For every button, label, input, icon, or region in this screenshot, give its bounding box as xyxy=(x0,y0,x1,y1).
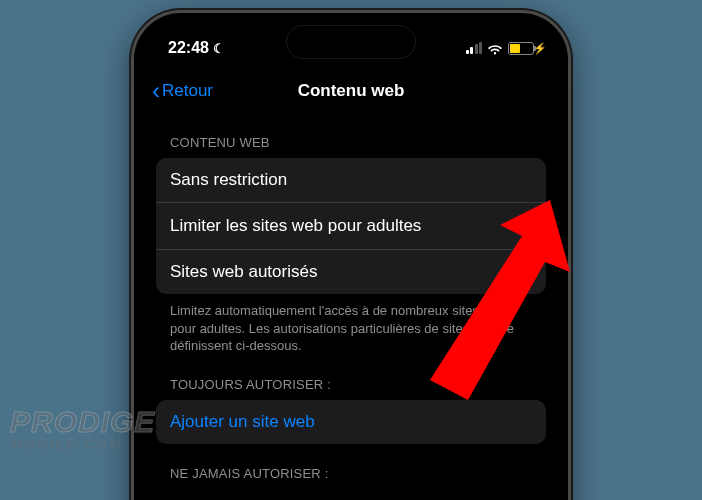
volume-up-button xyxy=(131,163,132,211)
battery-icon: ⚡ xyxy=(508,42,534,55)
option-label: Sans restriction xyxy=(170,170,287,190)
checkmark-icon: ✓ xyxy=(517,215,532,237)
section-header-always-allow: TOUJOURS AUTORISER : xyxy=(156,355,546,400)
section-footer: Limitez automatiquement l'accès à de nom… xyxy=(156,294,546,355)
dynamic-island xyxy=(286,25,416,59)
option-label: Sites web autorisés xyxy=(170,262,317,282)
option-limit-adult[interactable]: Limiter les sites web pour adultes ✓ xyxy=(156,203,546,250)
always-allow-list: Ajouter un site web xyxy=(156,400,546,444)
add-website-label: Ajouter un site web xyxy=(170,412,315,432)
option-allowed-only[interactable]: Sites web autorisés xyxy=(156,250,546,294)
content-options-list: Sans restriction Limiter les sites web p… xyxy=(156,158,546,294)
nav-bar: ‹ Retour Contenu web xyxy=(140,69,562,113)
section-header-never-allow: NE JAMAIS AUTORISER : xyxy=(156,444,546,489)
option-unrestricted[interactable]: Sans restriction xyxy=(156,158,546,203)
chevron-left-icon: ‹ xyxy=(152,79,160,103)
add-website-button[interactable]: Ajouter un site web xyxy=(156,400,546,444)
volume-down-button xyxy=(131,223,132,271)
dnd-moon-icon: ☾ xyxy=(213,41,225,56)
back-button[interactable]: ‹ Retour xyxy=(152,79,213,103)
phone-frame: 22:48 ☾ ⚡ ‹ Retour Contenu web CONTENU W… xyxy=(131,10,571,500)
status-time: 22:48 xyxy=(168,39,209,57)
option-label: Limiter les sites web pour adultes xyxy=(170,216,421,236)
side-button xyxy=(131,113,132,141)
wifi-icon xyxy=(487,42,503,54)
back-label: Retour xyxy=(162,81,213,101)
screen: 22:48 ☾ ⚡ ‹ Retour Contenu web CONTENU W… xyxy=(140,19,562,500)
cellular-signal-icon xyxy=(466,42,483,54)
power-button xyxy=(570,173,571,243)
section-header-contenu-web: CONTENU WEB xyxy=(156,113,546,158)
